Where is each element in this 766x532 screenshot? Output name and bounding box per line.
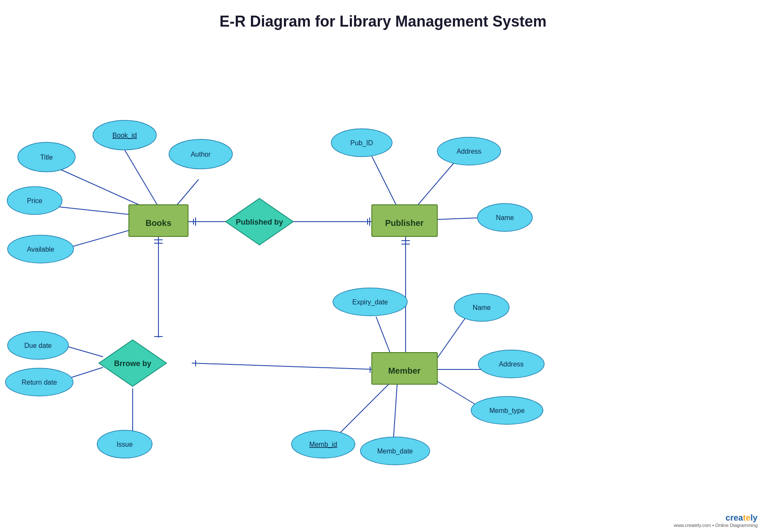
svg-line-1: [59, 169, 144, 207]
svg-text:Available: Available: [27, 246, 55, 253]
svg-text:Title: Title: [40, 154, 53, 161]
attribute-pub-id: Pub_ID: [331, 129, 392, 157]
relationship-published-by: Published by: [226, 198, 293, 245]
brand-name: creately: [674, 513, 758, 523]
svg-text:Name: Name: [473, 304, 491, 311]
svg-text:Memb_date: Memb_date: [377, 448, 413, 455]
svg-text:Published by: Published by: [236, 218, 283, 226]
svg-line-4: [63, 228, 137, 249]
diagram-container: Books Publisher Member Published by Brro…: [0, 42, 766, 532]
svg-text:Books: Books: [145, 218, 171, 228]
attribute-memb-date: Memb_date: [360, 437, 430, 465]
watermark: creately www.creately.com • Online Diagr…: [674, 513, 758, 528]
svg-text:Pub_ID: Pub_ID: [350, 139, 373, 147]
svg-line-20: [435, 316, 467, 361]
svg-text:Return date: Return date: [22, 379, 57, 386]
svg-text:Expiry_date: Expiry_date: [352, 299, 388, 306]
attribute-memb-id: Memb_id: [292, 430, 355, 458]
svg-line-2: [175, 179, 199, 207]
attribute-address-member: Address: [478, 350, 544, 378]
attribute-name-member: Name: [454, 293, 509, 321]
svg-text:Memb_type: Memb_type: [489, 407, 525, 415]
svg-text:Member: Member: [388, 366, 421, 375]
svg-line-29: [192, 363, 376, 369]
attribute-title: Title: [18, 142, 75, 172]
svg-text:Author: Author: [191, 151, 211, 158]
attribute-name-publisher: Name: [477, 204, 532, 231]
svg-text:Memb_id: Memb_id: [309, 441, 337, 448]
svg-text:Address: Address: [457, 148, 482, 155]
entity-books: Books: [129, 205, 188, 236]
entity-publisher: Publisher: [372, 205, 437, 236]
relationship-browse-by: Brrowe by: [99, 340, 166, 386]
svg-text:Price: Price: [27, 197, 43, 204]
svg-text:Book_id: Book_id: [112, 132, 137, 139]
attribute-author: Author: [169, 139, 232, 169]
svg-line-3: [59, 207, 137, 215]
attribute-book-id: Book_id: [93, 120, 156, 150]
svg-line-19: [376, 317, 391, 355]
svg-text:Due date: Due date: [25, 342, 52, 349]
svg-text:Brrowe by: Brrowe by: [114, 359, 151, 368]
svg-text:Issue: Issue: [117, 441, 133, 448]
attribute-memb-type: Memb_type: [471, 396, 543, 424]
page-title: E-R Diagram for Library Management Syste…: [0, 0, 766, 30]
attribute-available: Available: [8, 235, 74, 263]
svg-text:Publisher: Publisher: [385, 218, 423, 228]
svg-text:Name: Name: [496, 214, 514, 221]
brand-highlight: te: [743, 513, 751, 522]
svg-line-0: [125, 150, 158, 207]
attribute-price: Price: [7, 187, 62, 214]
attribute-return-date: Return date: [5, 368, 73, 396]
attribute-issue: Issue: [97, 430, 152, 458]
svg-line-12: [372, 156, 397, 207]
entity-member: Member: [372, 353, 437, 384]
svg-line-13: [416, 163, 454, 207]
attribute-address-publisher: Address: [437, 137, 501, 165]
svg-line-23: [334, 384, 389, 439]
svg-line-34: [63, 345, 103, 357]
attribute-expiry-date: Expiry_date: [333, 288, 407, 316]
brand-sub: www.creately.com • Online Diagramming: [674, 523, 758, 528]
attribute-due-date: Due date: [8, 331, 68, 359]
svg-text:Address: Address: [499, 361, 524, 368]
